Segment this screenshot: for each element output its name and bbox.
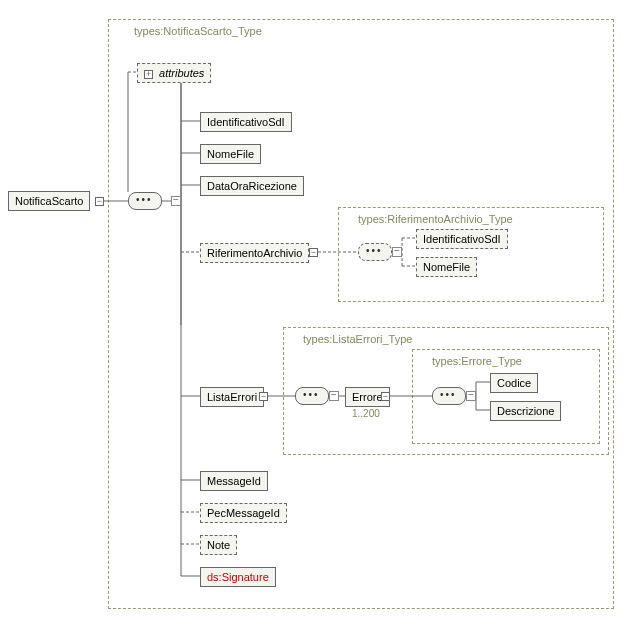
node-identificativoSdI[interactable]: IdentificativoSdI — [200, 112, 292, 132]
node-codice[interactable]: Codice — [490, 373, 538, 393]
expand-root[interactable]: − — [95, 197, 104, 206]
seq-main[interactable] — [128, 192, 162, 210]
node-root[interactable]: NotificaScarto — [8, 191, 90, 211]
expand-rif[interactable]: − — [309, 248, 318, 257]
expand-attributes[interactable]: + — [144, 70, 153, 79]
seq-errore[interactable] — [432, 387, 466, 405]
typelabel-lista: types:ListaErrori_Type — [303, 333, 412, 345]
node-signature[interactable]: ds:Signature — [200, 567, 276, 587]
node-note[interactable]: Note — [200, 535, 237, 555]
node-nomeFile[interactable]: NomeFile — [200, 144, 261, 164]
node-descrizione[interactable]: Descrizione — [490, 401, 561, 421]
node-attributes-label: attributes — [159, 67, 204, 79]
node-attributes[interactable]: + attributes — [137, 63, 211, 83]
expand-lista[interactable]: − — [259, 392, 268, 401]
node-rif-identificativoSdI[interactable]: IdentificativoSdI — [416, 229, 508, 249]
seq-lista[interactable] — [295, 387, 329, 405]
tick-errore[interactable] — [466, 391, 476, 401]
tick-lista[interactable] — [329, 391, 339, 401]
typelabel-rif: types:RiferimentoArchivio_Type — [358, 213, 513, 225]
node-root-label: NotificaScarto — [15, 195, 83, 207]
node-messageId[interactable]: MessageId — [200, 471, 268, 491]
typelabel-errore: types:Errore_Type — [432, 355, 522, 367]
seq-rif[interactable] — [358, 243, 392, 261]
node-riferimentoArchivio[interactable]: RiferimentoArchivio — [200, 243, 309, 263]
tick-main[interactable] — [171, 196, 181, 206]
typelabel-main: types:NotificaScarto_Type — [134, 25, 262, 37]
node-rif-nomeFile[interactable]: NomeFile — [416, 257, 477, 277]
expand-errore[interactable]: − — [381, 392, 390, 401]
tick-rif[interactable] — [392, 247, 402, 257]
typebox-main — [108, 19, 614, 609]
occ-errore: 1..200 — [352, 408, 380, 419]
node-listaErrori[interactable]: ListaErrori — [200, 387, 264, 407]
node-pecMessageId[interactable]: PecMessageId — [200, 503, 287, 523]
node-dataOraRicezione[interactable]: DataOraRicezione — [200, 176, 304, 196]
